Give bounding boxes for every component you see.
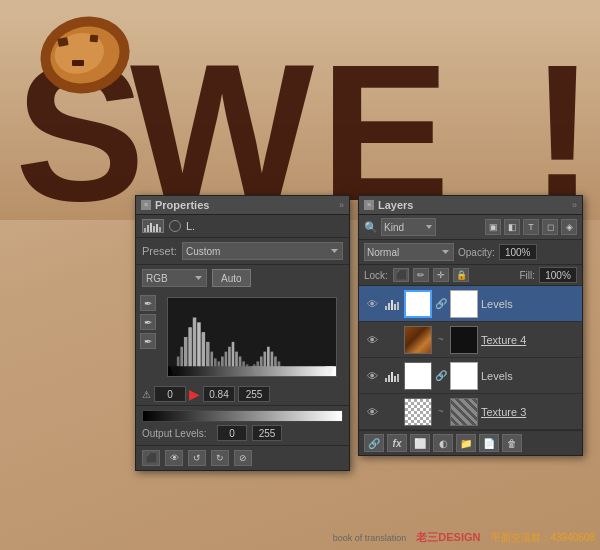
filter-adjust-btn[interactable]: ◧ (504, 219, 520, 235)
preset-select[interactable]: Custom (182, 242, 343, 260)
adjustment-btn[interactable]: ◐ (433, 434, 453, 452)
eye-preview-btn[interactable]: 👁 (165, 450, 183, 466)
svg-rect-66 (385, 306, 387, 310)
output-levels-min[interactable] (217, 425, 247, 441)
sample-gray-tool[interactable]: ✒ (140, 314, 156, 330)
input-levels-row: ⚠ ▶ (136, 383, 349, 405)
layers-search-row: 🔍 Kind Name Effect ▣ ◧ T ◻ ◈ (359, 215, 582, 240)
layer-visibility-eye[interactable]: 👁 (364, 296, 380, 312)
canvas-artwork: S W E ! (0, 0, 600, 220)
filter-shape-btn[interactable]: ◻ (542, 219, 558, 235)
warning-icon: ⚠ (142, 389, 151, 400)
blend-mode-select[interactable]: Normal Multiply Screen (364, 243, 454, 261)
filter-icons: ▣ ◧ T ◻ ◈ (485, 219, 577, 235)
layer-name-label: Texture 4 (481, 334, 577, 346)
layers-expand-btn[interactable]: » (572, 200, 577, 210)
properties-header-label: L. (186, 220, 195, 232)
fx-btn[interactable]: fx (387, 434, 407, 452)
layers-bottom-toolbar: 🔗 fx ⬜ ◐ 📁 📄 🗑 (359, 430, 582, 455)
layer-row[interactable]: 👁 ~ Texture 3 (359, 394, 582, 430)
fill-input[interactable] (539, 267, 577, 283)
layers-panel: × Layers » 🔍 Kind Name Effect ▣ ◧ T ◻ ◈ … (358, 195, 583, 456)
channel-row: RGB Red Green Blue Auto (136, 265, 349, 291)
svg-rect-11 (144, 228, 146, 232)
properties-expand-btn[interactable]: » (339, 200, 344, 210)
svg-text:!: ! (530, 23, 595, 220)
lock-transparent-btn[interactable]: ⬛ (393, 268, 409, 282)
input-levels-max[interactable] (238, 386, 270, 402)
lock-position-btn[interactable]: ✛ (433, 268, 449, 282)
svg-text:W: W (130, 23, 314, 220)
fill-label: Fill: (519, 270, 535, 281)
filter-pixel-btn[interactable]: ▣ (485, 219, 501, 235)
layer-visibility-eye[interactable]: 👁 (364, 404, 380, 420)
layer-chain-icon: 🔗 (435, 368, 447, 384)
lock-all-btn[interactable]: 🔒 (453, 268, 469, 282)
layer-row[interactable]: 👁 🔗 Levels (359, 286, 582, 322)
svg-rect-69 (394, 304, 396, 310)
clip-below-btn[interactable]: ⬛ (142, 450, 160, 466)
layer-visibility-eye[interactable]: 👁 (364, 332, 380, 348)
svg-rect-16 (159, 227, 161, 232)
svg-rect-14 (153, 226, 155, 232)
levels-icon-mini (384, 369, 400, 383)
output-levels-max[interactable] (252, 425, 282, 441)
layer-visibility-eye[interactable]: 👁 (364, 368, 380, 384)
levels-histogram-mini (143, 220, 163, 232)
histogram-wrapper: ✒ ✒ ✒ (136, 291, 349, 383)
output-levels-label: Output Levels: (142, 428, 212, 439)
svg-rect-73 (391, 372, 393, 382)
layers-titlebar: × Layers » (359, 196, 582, 215)
channel-select[interactable]: RGB Red Green Blue (142, 269, 207, 287)
delete-layer-btn[interactable]: 🗑 (502, 434, 522, 452)
svg-rect-67 (388, 303, 390, 310)
filter-type-btn[interactable]: T (523, 219, 539, 235)
link-layers-btn[interactable]: 🔗 (364, 434, 384, 452)
histogram-area (167, 297, 337, 377)
sample-white-tool[interactable]: ✒ (140, 333, 156, 349)
new-folder-btn[interactable]: 📁 (456, 434, 476, 452)
auto-button[interactable]: Auto (212, 269, 251, 287)
output-gradient-bar (142, 410, 343, 422)
layer-row[interactable]: 👁 🔗 Levels (359, 358, 582, 394)
input-levels-gamma[interactable] (203, 386, 235, 402)
svg-rect-62 (168, 366, 336, 376)
properties-title: Properties (155, 199, 209, 211)
svg-text:E: E (320, 23, 450, 220)
svg-rect-12 (147, 225, 149, 232)
lock-image-btn[interactable]: ✏ (413, 268, 429, 282)
svg-rect-75 (397, 374, 399, 382)
layers-close-btn[interactable]: × (364, 200, 374, 210)
reset-btn[interactable]: ⊘ (234, 450, 252, 466)
opacity-input[interactable] (499, 244, 537, 260)
input-levels-min[interactable] (154, 386, 186, 402)
output-levels-section: Output Levels: (136, 405, 349, 445)
sample-point-tool[interactable]: ✒ (140, 295, 156, 311)
layer-mask-thumbnail (450, 290, 478, 318)
new-layer-btn[interactable]: 📄 (479, 434, 499, 452)
properties-radio-btn[interactable] (169, 220, 181, 232)
layer-adj-spacer (383, 332, 401, 348)
watermark: book of translation 老三DESIGN 平面交流群：43940… (333, 530, 595, 545)
layer-row[interactable]: 👁 ~ Texture 4 (359, 322, 582, 358)
red-arrow-icon: ▶ (189, 386, 200, 402)
properties-panel: × Properties » L. Preset: Custom RGB (135, 195, 350, 471)
layer-chain-icon: 🔗 (435, 296, 447, 312)
undo-btn[interactable]: ↺ (188, 450, 206, 466)
eyedropper-tools: ✒ ✒ ✒ (140, 295, 156, 349)
brand-label: 老三DESIGN (416, 530, 480, 545)
preset-label: Preset: (142, 245, 177, 257)
svg-rect-70 (397, 302, 399, 310)
redo-btn[interactable]: ↻ (211, 450, 229, 466)
add-mask-btn[interactable]: ⬜ (410, 434, 430, 452)
svg-rect-68 (391, 300, 393, 310)
output-levels-row: Output Levels: (142, 425, 343, 441)
filter-smart-btn[interactable]: ◈ (561, 219, 577, 235)
preset-row: Preset: Custom (136, 238, 349, 265)
lock-label: Lock: (364, 270, 389, 281)
search-icon: 🔍 (364, 221, 378, 234)
properties-close-btn[interactable]: × (141, 200, 151, 210)
book-translation-label: book of translation (333, 533, 407, 543)
layer-name-label: Texture 3 (481, 406, 577, 418)
kind-select[interactable]: Kind Name Effect (381, 218, 436, 236)
